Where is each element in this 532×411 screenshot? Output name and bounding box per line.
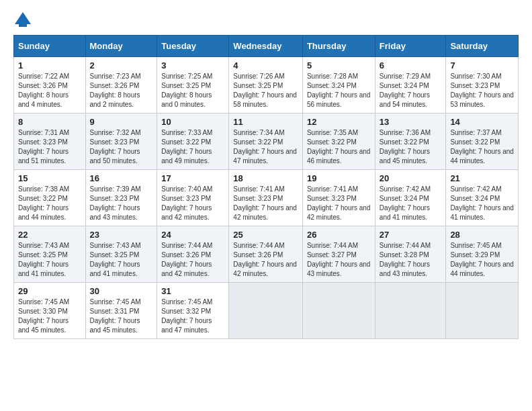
day-info: Sunrise: 7:44 AMSunset: 3:28 PMDaylight:… bbox=[380, 241, 442, 279]
calendar-cell: 31Sunrise: 7:45 AMSunset: 3:32 PMDayligh… bbox=[157, 283, 229, 339]
day-info: Sunrise: 7:35 AMSunset: 3:22 PMDaylight:… bbox=[307, 128, 371, 166]
day-info: Sunrise: 7:38 AMSunset: 3:22 PMDaylight:… bbox=[18, 185, 81, 222]
day-number: 18 bbox=[233, 173, 298, 183]
page-header bbox=[13, 11, 519, 30]
day-info: Sunrise: 7:22 AMSunset: 3:26 PMDaylight:… bbox=[18, 72, 81, 109]
day-number: 17 bbox=[161, 173, 224, 183]
day-info: Sunrise: 7:45 AMSunset: 3:29 PMDaylight:… bbox=[450, 241, 514, 279]
day-info: Sunrise: 7:44 AMSunset: 3:26 PMDaylight:… bbox=[233, 241, 298, 279]
header-thursday: Thursday bbox=[302, 36, 375, 57]
day-info: Sunrise: 7:29 AMSunset: 3:24 PMDaylight:… bbox=[380, 72, 442, 109]
calendar-week-row: 8Sunrise: 7:31 AMSunset: 3:23 PMDaylight… bbox=[14, 113, 519, 170]
day-number: 4 bbox=[233, 60, 298, 71]
day-number: 8 bbox=[18, 117, 81, 127]
calendar-cell: 3Sunrise: 7:25 AMSunset: 3:25 PMDaylight… bbox=[157, 57, 229, 113]
day-info: Sunrise: 7:41 AMSunset: 3:23 PMDaylight:… bbox=[307, 185, 371, 222]
day-number: 24 bbox=[161, 230, 224, 240]
day-info: Sunrise: 7:26 AMSunset: 3:25 PMDaylight:… bbox=[233, 72, 298, 109]
day-number: 29 bbox=[18, 286, 81, 296]
calendar-cell: 15Sunrise: 7:38 AMSunset: 3:22 PMDayligh… bbox=[14, 170, 86, 226]
calendar-cell: 16Sunrise: 7:39 AMSunset: 3:23 PMDayligh… bbox=[85, 170, 157, 226]
day-number: 12 bbox=[307, 117, 371, 127]
header-wednesday: Wednesday bbox=[229, 36, 303, 57]
calendar-cell: 29Sunrise: 7:45 AMSunset: 3:30 PMDayligh… bbox=[14, 283, 86, 339]
calendar-week-row: 1Sunrise: 7:22 AMSunset: 3:26 PMDaylight… bbox=[14, 57, 519, 113]
day-number: 25 bbox=[233, 230, 298, 240]
day-info: Sunrise: 7:45 AMSunset: 3:30 PMDaylight:… bbox=[18, 298, 81, 335]
day-info: Sunrise: 7:45 AMSunset: 3:31 PMDaylight:… bbox=[90, 298, 153, 335]
day-number: 2 bbox=[90, 60, 153, 71]
svg-rect-1 bbox=[19, 24, 27, 27]
calendar-cell: 14Sunrise: 7:37 AMSunset: 3:22 PMDayligh… bbox=[446, 113, 519, 170]
calendar-cell bbox=[229, 283, 303, 339]
calendar-cell: 21Sunrise: 7:42 AMSunset: 3:24 PMDayligh… bbox=[446, 170, 519, 226]
calendar-cell: 23Sunrise: 7:43 AMSunset: 3:25 PMDayligh… bbox=[85, 226, 157, 283]
day-number: 20 bbox=[380, 173, 442, 183]
day-info: Sunrise: 7:43 AMSunset: 3:25 PMDaylight:… bbox=[90, 241, 153, 279]
calendar-table: SundayMondayTuesdayWednesdayThursdayFrid… bbox=[13, 35, 519, 339]
calendar-cell: 27Sunrise: 7:44 AMSunset: 3:28 PMDayligh… bbox=[375, 226, 446, 283]
calendar-cell bbox=[375, 283, 446, 339]
day-info: Sunrise: 7:44 AMSunset: 3:26 PMDaylight:… bbox=[161, 241, 224, 279]
calendar-cell: 17Sunrise: 7:40 AMSunset: 3:23 PMDayligh… bbox=[157, 170, 229, 226]
calendar-cell bbox=[302, 283, 375, 339]
day-info: Sunrise: 7:44 AMSunset: 3:27 PMDaylight:… bbox=[307, 241, 371, 279]
calendar-header-row: SundayMondayTuesdayWednesdayThursdayFrid… bbox=[14, 36, 519, 57]
day-info: Sunrise: 7:32 AMSunset: 3:23 PMDaylight:… bbox=[90, 128, 153, 166]
header-monday: Monday bbox=[85, 36, 157, 57]
day-number: 7 bbox=[450, 60, 514, 71]
day-number: 3 bbox=[161, 60, 224, 71]
logo bbox=[13, 11, 35, 30]
calendar-cell: 22Sunrise: 7:43 AMSunset: 3:25 PMDayligh… bbox=[14, 226, 86, 283]
calendar-cell: 24Sunrise: 7:44 AMSunset: 3:26 PMDayligh… bbox=[157, 226, 229, 283]
day-number: 5 bbox=[307, 60, 371, 71]
calendar-cell: 30Sunrise: 7:45 AMSunset: 3:31 PMDayligh… bbox=[85, 283, 157, 339]
calendar-cell: 1Sunrise: 7:22 AMSunset: 3:26 PMDaylight… bbox=[14, 57, 86, 113]
day-number: 22 bbox=[18, 230, 81, 240]
day-info: Sunrise: 7:45 AMSunset: 3:32 PMDaylight:… bbox=[161, 298, 224, 335]
calendar-week-row: 22Sunrise: 7:43 AMSunset: 3:25 PMDayligh… bbox=[14, 226, 519, 283]
calendar-cell: 9Sunrise: 7:32 AMSunset: 3:23 PMDaylight… bbox=[85, 113, 157, 170]
calendar-cell: 25Sunrise: 7:44 AMSunset: 3:26 PMDayligh… bbox=[229, 226, 303, 283]
calendar-cell: 28Sunrise: 7:45 AMSunset: 3:29 PMDayligh… bbox=[446, 226, 519, 283]
day-info: Sunrise: 7:39 AMSunset: 3:23 PMDaylight:… bbox=[90, 185, 153, 222]
day-number: 6 bbox=[380, 60, 442, 71]
calendar-cell: 19Sunrise: 7:41 AMSunset: 3:23 PMDayligh… bbox=[302, 170, 375, 226]
day-info: Sunrise: 7:34 AMSunset: 3:22 PMDaylight:… bbox=[233, 128, 298, 166]
day-info: Sunrise: 7:42 AMSunset: 3:24 PMDaylight:… bbox=[450, 185, 514, 222]
calendar-cell: 13Sunrise: 7:36 AMSunset: 3:22 PMDayligh… bbox=[375, 113, 446, 170]
calendar-cell: 18Sunrise: 7:41 AMSunset: 3:23 PMDayligh… bbox=[229, 170, 303, 226]
calendar-cell: 2Sunrise: 7:23 AMSunset: 3:26 PMDaylight… bbox=[85, 57, 157, 113]
day-number: 10 bbox=[161, 117, 224, 127]
day-number: 19 bbox=[307, 173, 371, 183]
header-friday: Friday bbox=[375, 36, 446, 57]
calendar-cell: 20Sunrise: 7:42 AMSunset: 3:24 PMDayligh… bbox=[375, 170, 446, 226]
day-info: Sunrise: 7:25 AMSunset: 3:25 PMDaylight:… bbox=[161, 72, 224, 109]
day-number: 1 bbox=[18, 60, 81, 71]
day-info: Sunrise: 7:30 AMSunset: 3:23 PMDaylight:… bbox=[450, 72, 514, 109]
calendar-cell bbox=[446, 283, 519, 339]
svg-marker-0 bbox=[15, 12, 31, 24]
day-number: 16 bbox=[90, 173, 153, 183]
day-number: 28 bbox=[450, 230, 514, 240]
day-info: Sunrise: 7:23 AMSunset: 3:26 PMDaylight:… bbox=[90, 72, 153, 109]
day-info: Sunrise: 7:36 AMSunset: 3:22 PMDaylight:… bbox=[380, 128, 442, 166]
day-number: 21 bbox=[450, 173, 514, 183]
day-info: Sunrise: 7:42 AMSunset: 3:24 PMDaylight:… bbox=[380, 185, 442, 222]
calendar-cell: 8Sunrise: 7:31 AMSunset: 3:23 PMDaylight… bbox=[14, 113, 86, 170]
day-info: Sunrise: 7:40 AMSunset: 3:23 PMDaylight:… bbox=[161, 185, 224, 222]
day-number: 26 bbox=[307, 230, 371, 240]
day-info: Sunrise: 7:33 AMSunset: 3:22 PMDaylight:… bbox=[161, 128, 224, 166]
day-info: Sunrise: 7:31 AMSunset: 3:23 PMDaylight:… bbox=[18, 128, 81, 166]
day-number: 14 bbox=[450, 117, 514, 127]
header-saturday: Saturday bbox=[446, 36, 519, 57]
day-number: 9 bbox=[90, 117, 153, 127]
day-number: 30 bbox=[90, 286, 153, 296]
calendar-cell: 5Sunrise: 7:28 AMSunset: 3:24 PMDaylight… bbox=[302, 57, 375, 113]
calendar-cell: 12Sunrise: 7:35 AMSunset: 3:22 PMDayligh… bbox=[302, 113, 375, 170]
calendar-cell: 26Sunrise: 7:44 AMSunset: 3:27 PMDayligh… bbox=[302, 226, 375, 283]
calendar-cell: 7Sunrise: 7:30 AMSunset: 3:23 PMDaylight… bbox=[446, 57, 519, 113]
calendar-week-row: 15Sunrise: 7:38 AMSunset: 3:22 PMDayligh… bbox=[14, 170, 519, 226]
day-number: 27 bbox=[380, 230, 442, 240]
day-number: 31 bbox=[161, 286, 224, 296]
